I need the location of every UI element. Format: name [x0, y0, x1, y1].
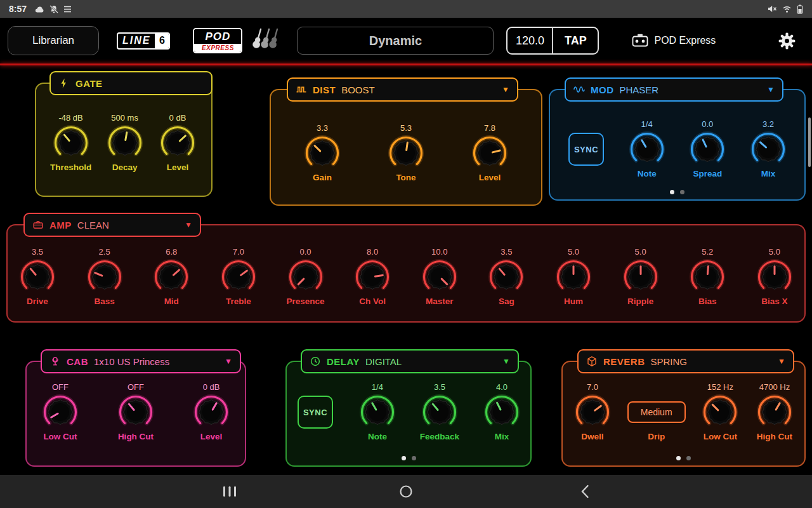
reverb-page-dots[interactable] [563, 456, 804, 460]
cab-knob-level[interactable] [193, 394, 229, 430]
amp-knob-bias-x[interactable] [757, 259, 792, 295]
gate-knob-threshold[interactable] [53, 125, 89, 161]
chevron-down-icon[interactable]: ▼ [225, 357, 232, 366]
reverb-model-label: SPRING [651, 356, 688, 367]
amp-knob-bass[interactable] [87, 259, 122, 295]
delay-knob-mix[interactable] [484, 394, 520, 430]
reverb-page-dot-1[interactable] [676, 456, 681, 460]
cab-knob-low-cut[interactable] [43, 394, 78, 430]
gate-knob-level[interactable] [160, 125, 195, 161]
delay-header[interactable]: DELAYDIGITAL▼ [301, 349, 519, 373]
cab-knob-high-cut-unit: OFFHigh Cut [116, 382, 155, 443]
cab-model-label: 1x10 US Princess [94, 356, 169, 367]
amp-knob-ch-vol-value: 8.0 [367, 247, 378, 258]
gate-knob-decay[interactable] [107, 125, 143, 161]
dist-type-label: DIST [313, 84, 336, 95]
chevron-down-icon[interactable]: ▼ [502, 357, 510, 366]
mod-knob-note[interactable] [629, 131, 665, 167]
line6-digit: 6 [155, 34, 169, 48]
delay-page-dot-2[interactable] [412, 456, 416, 460]
delay-sync-button[interactable]: SYNC [298, 396, 333, 429]
mod-page-dots[interactable] [550, 190, 804, 194]
delay-page-dots[interactable] [287, 456, 530, 460]
delay-knob-feedback-value: 3.5 [434, 382, 445, 394]
effect-block-reverb: REVERBSPRING▼7.0DwellMediumDrip152 HzLow… [561, 361, 806, 467]
reverb-drip-select[interactable]: Medium [627, 401, 686, 423]
amp-knob-ripple[interactable] [623, 259, 658, 295]
back-icon[interactable] [570, 475, 600, 508]
dist-knob-gain[interactable] [304, 135, 340, 171]
amp-knob-ripple-label: Ripple [627, 297, 653, 308]
delay-model-label: DIGITAL [365, 356, 402, 367]
bpm-value[interactable]: 120.0 [508, 28, 552, 53]
delay-controls: SYNC1/4Note3.5Feedback4.0Mix [287, 382, 530, 443]
amp-knob-hum[interactable] [556, 259, 591, 295]
mod-knob-mix[interactable] [750, 131, 786, 167]
amp-knob-master[interactable] [422, 259, 457, 295]
amp-knob-drive-label: Drive [27, 297, 48, 308]
home-icon[interactable] [391, 475, 421, 508]
effect-block-gate: GATE-48 dBThreshold500 msDecay0 dBLevel [35, 83, 213, 197]
amp-knob-sag[interactable] [488, 259, 524, 295]
tempo-control[interactable]: 120.0 TAP [506, 27, 599, 55]
amp-knob-ch-vol[interactable] [355, 259, 390, 295]
mod-model-label: PHASER [620, 84, 659, 95]
reverb-knob-dwell[interactable] [575, 394, 610, 430]
dist-knob-level-unit: 7.8Level [470, 123, 509, 184]
device-status[interactable]: POD Express [632, 34, 716, 48]
chevron-down-icon[interactable]: ▼ [767, 85, 775, 94]
mod-knob-spread-value: 0.0 [702, 119, 713, 131]
chevron-down-icon[interactable]: ▼ [185, 220, 192, 229]
dist-knob-gain-unit: 3.3Gain [303, 123, 342, 184]
delay-page-dot-1[interactable] [402, 456, 406, 460]
guitars-icon[interactable] [252, 27, 287, 54]
cab-header[interactable]: CAB1x10 US Princess▼ [41, 349, 241, 373]
mod-page-dot-2[interactable] [680, 190, 684, 194]
preset-selector[interactable]: Dynamic [297, 27, 494, 55]
reverb-page-dot-2[interactable] [686, 456, 691, 460]
mod-knob-spread[interactable] [690, 131, 725, 167]
dist-header[interactable]: DISTBOOST▼ [287, 77, 518, 102]
amp-knob-master-value: 10.0 [431, 247, 447, 258]
amp-header[interactable]: AMPCLEAN▼ [23, 213, 201, 237]
amp-knob-presence-label: Presence [286, 297, 324, 308]
effect-block-amp: AMPCLEAN▼3.5Drive2.5Bass6.8Mid7.0Treble0… [6, 224, 806, 323]
reverb-knob-low-cut[interactable] [702, 394, 738, 430]
mod-page-dot-1[interactable] [670, 190, 674, 194]
delay-knob-feedback[interactable] [422, 394, 457, 430]
silent-mode-icon [49, 5, 58, 13]
delay-knob-note[interactable] [360, 394, 395, 430]
amp-knob-bias-x-value: 5.0 [769, 247, 780, 258]
amp-knob-mid[interactable] [154, 259, 189, 295]
cab-knob-high-cut[interactable] [118, 394, 154, 430]
cloud-icon [34, 5, 44, 13]
amp-knob-master-unit: 10.0Master [420, 247, 459, 308]
dist-knob-tone[interactable] [388, 135, 424, 171]
delay-knob-note-unit: 1/4Note [358, 382, 397, 443]
settings-gear-icon[interactable] [777, 31, 797, 51]
mod-sync-button[interactable]: SYNC [568, 133, 604, 166]
tap-button[interactable]: TAP [553, 28, 598, 53]
scrollbar-thumb[interactable] [808, 117, 811, 167]
amp-knob-bias[interactable] [690, 259, 725, 295]
amp-knob-presence[interactable] [288, 259, 324, 295]
mod-knob-spread-unit: 0.0Spread [688, 119, 727, 180]
cab-controls: OFFLow CutOFFHigh Cut0 dBLevel [27, 382, 245, 443]
chevron-down-icon[interactable]: ▼ [778, 357, 785, 366]
gate-icon [58, 77, 70, 89]
chevron-down-icon[interactable]: ▼ [502, 85, 509, 94]
recents-icon[interactable] [214, 475, 245, 508]
dist-knob-gain-label: Gain [313, 173, 332, 184]
reverb-header[interactable]: REVERBSPRING▼ [577, 349, 794, 373]
amp-knob-drive[interactable] [20, 259, 55, 295]
mod-header[interactable]: MODPHASER▼ [565, 77, 783, 102]
amp-knob-treble[interactable] [221, 259, 256, 295]
amp-knob-treble-value: 7.0 [233, 247, 244, 258]
amp-knob-bass-value: 2.5 [99, 247, 110, 258]
gate-header[interactable]: GATE [49, 71, 213, 95]
status-bar: 8:57 [0, 0, 812, 18]
reverb-knob-high-cut[interactable] [757, 394, 792, 430]
dist-knob-level[interactable] [472, 135, 508, 171]
librarian-button[interactable]: Librarian [8, 26, 99, 55]
reverb-knob-high-cut-unit: 4700 HzHigh Cut [755, 382, 794, 443]
